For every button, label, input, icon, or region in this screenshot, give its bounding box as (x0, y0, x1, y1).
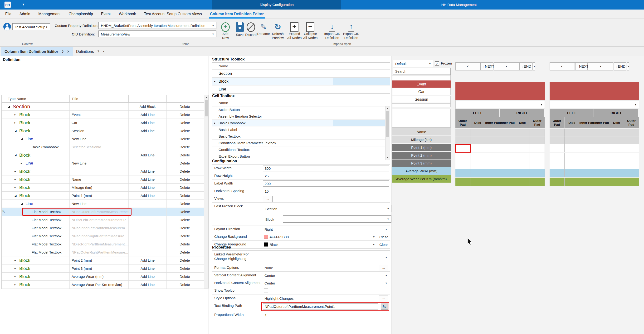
preview-nav-button[interactable]: →END (614, 62, 626, 71)
preview-nav-button[interactable]: × (588, 62, 613, 71)
definition-tree-row[interactable]: Flat Model Textbox NPadInnerLeftPartItem… (2, 224, 204, 232)
ribbon-tab[interactable]: Workbook (118, 10, 143, 19)
title-cell[interactable]: NPadOuterRightPartItemMeasure... (70, 248, 129, 256)
definition-tree-row[interactable]: ✎ Flat Model Textbox NPadOuterLeftPartIt… (2, 208, 204, 216)
cell-toolbox-row[interactable]: Conditional Math Parameter Textbox (212, 140, 390, 146)
cell-toolbox-row[interactable]: Conditional Textbox (212, 146, 390, 153)
definition-tree-row[interactable]: Flat Model Textbox NDiscLeftPartItemMeas… (2, 216, 204, 224)
title-cell[interactable] (70, 103, 129, 111)
add-action-button[interactable] (129, 208, 167, 216)
delete-button[interactable]: Delete (167, 184, 203, 191)
ribbon-button[interactable]: ✎ Rename (256, 22, 271, 43)
delete-button[interactable]: Delete (167, 135, 203, 143)
change-background-picker[interactable]: #FFFF9B98 ▼ Clear (262, 233, 390, 240)
document-tab[interactable]: Column Item Definition Editor ? × (1, 47, 73, 56)
title-cell[interactable]: Session (70, 127, 129, 135)
tree-expander-icon[interactable]: ▸ (214, 120, 216, 126)
title-cell[interactable]: NPadInnerRightPartItemMeasure... (70, 232, 129, 240)
title-cell[interactable]: Car (70, 119, 129, 127)
ribbon-tab[interactable]: Championship (67, 10, 100, 19)
definition-tree-row[interactable]: Basic Combobox SelectedSessionId Delete (2, 143, 204, 151)
definition-tree-row[interactable]: ◢ Line New Line Delete (2, 200, 204, 208)
structure-toolbox-row[interactable]: Line (212, 86, 390, 93)
delete-button[interactable]: Delete (167, 111, 203, 119)
delete-button[interactable]: Delete (167, 240, 203, 248)
tab-help-icon[interactable]: ? (97, 47, 99, 56)
tree-expander-icon[interactable]: ◢ (8, 105, 12, 108)
context-selector-combobox[interactable]: Test Account Setup ▼ (12, 23, 50, 30)
title-cell[interactable]: Name (70, 175, 129, 183)
horizontal-alignment-combobox[interactable]: Center▼ (262, 279, 390, 287)
title-cell[interactable]: SelectedSessionId (70, 143, 129, 151)
preview-nav-button[interactable]: < (456, 62, 480, 71)
scroll-down-icon[interactable]: ▼ (386, 156, 390, 160)
structure-toolbox-row[interactable]: ▸Block (212, 78, 390, 86)
change-foreground-picker[interactable]: Black ▼ Clear (262, 241, 390, 248)
title-cell[interactable]: New Line (70, 159, 129, 167)
title-cell[interactable]: Event (70, 111, 129, 119)
preview-nav-button[interactable]: →NEXT (481, 62, 494, 71)
definition-tree-row[interactable]: ◢ Block Add Line Delete (2, 151, 204, 159)
tab-help-icon[interactable]: ? (62, 47, 64, 56)
tab-close-icon[interactable]: × (67, 47, 70, 56)
add-action-button[interactable] (129, 224, 167, 232)
tab-close-icon[interactable]: × (102, 47, 105, 56)
views-ellipsis-button[interactable]: ... (263, 196, 272, 202)
proportional-width-input[interactable] (263, 312, 389, 318)
text-binding-path-input[interactable] (263, 303, 378, 309)
title-cell[interactable]: New Line (70, 135, 129, 143)
add-action-button[interactable]: Add Line (129, 192, 167, 199)
preview-nav-button[interactable]: × (494, 62, 519, 71)
clear-background-button[interactable]: Clear (379, 235, 388, 239)
title-cell[interactable]: Point 1 (mm) (70, 192, 129, 199)
ribbon-button[interactable]: ↻ Refresh Preview (270, 22, 286, 43)
title-cell[interactable]: Average Wear (mm) (70, 273, 129, 280)
last-frozen-section-combobox[interactable]: ▼ (283, 205, 392, 212)
preview-nav-button[interactable]: > (532, 62, 535, 71)
add-action-button[interactable]: Add Line (129, 256, 167, 264)
cell-toolbox-scrollbar[interactable]: ▲ ▼ (385, 106, 390, 160)
definition-tree-row[interactable]: ◢ Block Point 1 (mm) Add Line Delete (2, 192, 204, 200)
cell-toolbox-row[interactable]: ▸Basic Combobox (212, 120, 390, 126)
tree-expander-icon[interactable]: ▸ (14, 275, 18, 278)
column-header-title[interactable]: Title (70, 95, 129, 102)
add-action-button[interactable]: Add Line (129, 273, 167, 280)
definition-tree-row[interactable]: ▸ Block Add Line Delete (2, 167, 204, 175)
delete-button[interactable]: Delete (167, 273, 203, 280)
tree-expander-icon[interactable]: ◢ (21, 202, 24, 205)
structure-toolbox-row[interactable]: Section (212, 70, 390, 78)
delete-button[interactable]: Delete (167, 167, 203, 175)
ribbon-tab[interactable]: Column Item Definition Editor (208, 10, 270, 19)
delete-button[interactable]: Delete (167, 232, 203, 240)
delete-button[interactable]: Delete (167, 175, 203, 183)
title-cell[interactable]: Point 2 (mm) (70, 256, 129, 264)
title-cell[interactable]: NDiscRightPartItemMeasurement.... (70, 240, 129, 248)
ribbon-tab[interactable]: Test Account Setup Custom Views (142, 10, 208, 19)
tree-expander-icon[interactable]: ◢ (14, 129, 18, 132)
definition-tree-row[interactable]: ◢ Line New Line Delete (2, 135, 204, 143)
add-action-button[interactable]: Add Line (129, 167, 167, 175)
scroll-up-icon[interactable]: ▲ (386, 106, 390, 111)
add-action-button[interactable] (129, 159, 167, 167)
tree-expander-icon[interactable]: ▸ (14, 113, 18, 116)
add-action-button[interactable] (129, 248, 167, 256)
custom-property-definition-combobox[interactable]: HHDM_BrakeSetFront Assembly Iteration Me… (98, 22, 216, 29)
tree-expander-icon[interactable]: ▸ (21, 162, 24, 165)
ribbon-button[interactable]: − Collapse All Nodes (302, 22, 318, 43)
delete-button[interactable]: Delete (167, 159, 203, 167)
cell-toolbox-row[interactable]: Assembly Iteration Selector (212, 113, 390, 120)
definition-tree-row[interactable]: ▸ Block Point 2 (mm) Add Line Delete (2, 256, 204, 264)
delete-button[interactable]: Delete (167, 119, 203, 127)
add-action-button[interactable]: Add Line (129, 111, 167, 119)
add-action-button[interactable]: Add Line (129, 264, 167, 272)
add-action-button[interactable] (129, 135, 167, 143)
delete-button[interactable]: Delete (167, 224, 203, 232)
vertical-alignment-combobox[interactable]: Center▼ (262, 272, 390, 279)
scrollbar-thumb[interactable] (386, 111, 389, 137)
delete-button[interactable]: Delete (167, 208, 203, 216)
delete-button[interactable]: Delete (167, 192, 203, 199)
definition-tree-row[interactable]: ▸ Block Average Wear (mm) Add Line Delet… (2, 273, 204, 281)
last-frozen-block-combobox[interactable]: ▼ (283, 215, 392, 223)
preview-nav-button[interactable]: →END (520, 62, 532, 71)
title-cell[interactable] (70, 167, 129, 175)
